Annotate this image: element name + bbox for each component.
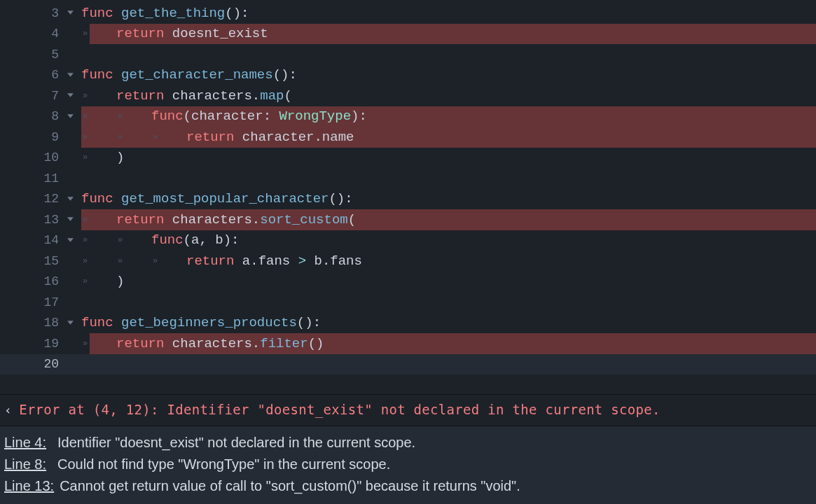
- code-content[interactable]: func get_the_thing():: [81, 3, 816, 24]
- whitespace-indicator: »: [81, 215, 116, 225]
- code-line[interactable]: 15»»»return a.fans > b.fans: [0, 251, 816, 272]
- line-number: 6: [36, 68, 59, 82]
- code-line[interactable]: 4»return doesnt_exist: [0, 24, 816, 45]
- token-kw: func: [151, 108, 184, 124]
- code-content[interactable]: »): [81, 148, 816, 169]
- fold-chevron-icon[interactable]: [63, 92, 77, 99]
- code-line[interactable]: 17: [0, 292, 816, 313]
- gutter: 19: [0, 333, 81, 354]
- line-number: 14: [36, 233, 59, 247]
- fold-chevron-icon[interactable]: [63, 319, 77, 327]
- token-id: a: [191, 232, 199, 248]
- gutter: 20: [0, 354, 81, 375]
- code-line[interactable]: 6func get_character_names():: [0, 65, 816, 86]
- token-punc: .: [252, 212, 260, 227]
- token-meth: sort_custom: [260, 212, 347, 227]
- fold-chevron-icon[interactable]: [63, 237, 77, 244]
- code-content[interactable]: »return doesnt_exist: [81, 24, 816, 45]
- code-line[interactable]: 16»): [0, 272, 816, 293]
- token-kw: return: [186, 253, 242, 269]
- problem-line-link[interactable]: Line 8:: [4, 454, 52, 475]
- code-text: »): [81, 150, 124, 165]
- code-content[interactable]: »»func(a, b):: [81, 230, 816, 251]
- code-content[interactable]: [81, 168, 816, 189]
- code-line[interactable]: 20: [0, 354, 816, 375]
- previous-error-icon[interactable]: ‹: [4, 402, 12, 417]
- gutter: 5: [0, 44, 81, 65]
- line-number: 17: [36, 295, 59, 309]
- token-fn: get_the_thing: [121, 6, 225, 21]
- code-content[interactable]: func get_most_popular_character():: [81, 189, 816, 210]
- problem-row[interactable]: Line 13:Cannot get return value of call …: [4, 475, 812, 497]
- code-text: func get_beginners_products():: [81, 315, 321, 330]
- token-punc: ):: [351, 108, 367, 124]
- code-content[interactable]: »»func(character: WrongType):: [81, 106, 816, 127]
- code-text: »»func(character: WrongType):: [81, 108, 367, 124]
- token-id: fans: [330, 253, 362, 269]
- whitespace-indicator: »: [81, 153, 116, 162]
- code-line[interactable]: 12func get_most_popular_character():: [0, 189, 816, 210]
- code-content[interactable]: func get_beginners_products():: [81, 313, 816, 334]
- token-kw: return: [116, 88, 172, 104]
- code-line[interactable]: 10»): [0, 148, 816, 169]
- code-content[interactable]: »): [81, 272, 816, 293]
- line-number: 20: [36, 357, 59, 371]
- error-status-text: Error at (4, 12): Identifier "doesnt_exi…: [19, 402, 661, 417]
- problem-row[interactable]: Line 4:Identifier "doesnt_exist" not dec…: [4, 432, 812, 454]
- code-line[interactable]: 19»return characters.filter(): [0, 333, 816, 354]
- problem-message: Could not find type "WrongType" in the c…: [57, 454, 390, 475]
- code-content[interactable]: »return characters.filter(): [81, 333, 816, 354]
- code-editor[interactable]: 3func get_the_thing():4»return doesnt_ex…: [0, 0, 816, 394]
- fold-chevron-icon[interactable]: [63, 71, 77, 79]
- line-number: 16: [36, 274, 59, 288]
- code-content[interactable]: [81, 292, 816, 313]
- code-text: »»func(a, b):: [81, 232, 239, 248]
- line-number: 19: [36, 337, 59, 351]
- code-line[interactable]: 14»»func(a, b):: [0, 230, 816, 251]
- code-content[interactable]: func get_character_names():: [81, 65, 816, 86]
- problem-line-link[interactable]: Line 4:: [4, 432, 52, 454]
- code-line[interactable]: 3func get_the_thing():: [0, 3, 816, 24]
- token-punc: (: [184, 232, 191, 248]
- code-content[interactable]: »»»return character.name: [81, 127, 816, 148]
- code-text: »»»return a.fans > b.fans: [81, 253, 362, 269]
- gutter: 13: [0, 209, 81, 230]
- problem-line-link[interactable]: Line 13:: [4, 475, 54, 497]
- code-line[interactable]: 11: [0, 168, 816, 189]
- fold-chevron-icon[interactable]: [63, 113, 77, 120]
- code-content[interactable]: »»»return a.fans > b.fans: [81, 251, 816, 272]
- code-line[interactable]: 5: [0, 44, 816, 65]
- token-punc: .: [250, 253, 258, 269]
- fold-chevron-icon[interactable]: [63, 216, 77, 223]
- token-punc: .: [322, 253, 330, 269]
- code-content[interactable]: [81, 44, 816, 65]
- code-content[interactable]: »return characters.map(: [81, 85, 816, 106]
- token-id: character: [191, 108, 263, 124]
- token-punc: ():: [297, 315, 321, 330]
- token-punc: ):: [223, 232, 240, 248]
- whitespace-indicator: »: [116, 256, 151, 266]
- token-id: a: [242, 253, 250, 269]
- problems-panel[interactable]: Line 4:Identifier "doesnt_exist" not dec…: [0, 426, 816, 504]
- error-status-bar[interactable]: ‹ Error at (4, 12): Identifier "doesnt_e…: [0, 395, 816, 426]
- code-line[interactable]: 8»»func(character: WrongType):: [0, 106, 816, 127]
- token-id: characters: [172, 212, 252, 227]
- code-line[interactable]: 7»return characters.map(: [0, 85, 816, 106]
- code-line[interactable]: 13»return characters.sort_custom(: [0, 209, 816, 230]
- line-number: 4: [36, 27, 59, 41]
- line-number: 11: [36, 172, 59, 186]
- code-text: »»»return character.name: [81, 130, 354, 145]
- token-id: character: [242, 130, 314, 145]
- gutter: 18: [0, 313, 81, 334]
- fold-chevron-icon[interactable]: [63, 9, 77, 17]
- problem-row[interactable]: Line 8:Could not find type "WrongType" i…: [4, 454, 812, 475]
- code-line[interactable]: 18func get_beginners_products():: [0, 313, 816, 334]
- token-punc: ,: [199, 232, 215, 248]
- gutter: 14: [0, 230, 81, 251]
- code-line[interactable]: 9»»»return character.name: [0, 127, 816, 148]
- code-text: func get_character_names():: [81, 67, 297, 83]
- fold-chevron-icon[interactable]: [63, 195, 77, 203]
- code-content[interactable]: [81, 354, 816, 375]
- token-punc: (: [348, 212, 356, 227]
- code-content[interactable]: »return characters.sort_custom(: [81, 209, 816, 230]
